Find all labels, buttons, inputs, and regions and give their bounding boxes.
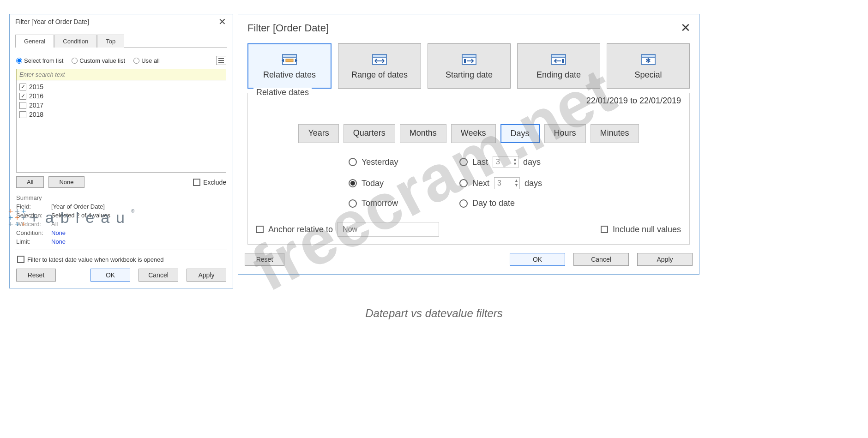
unit-minutes[interactable]: Minutes — [591, 124, 639, 143]
svg-text:✱: ✱ — [645, 57, 651, 64]
tab-general[interactable]: General — [15, 35, 54, 48]
reset-button[interactable]: Reset — [245, 253, 284, 266]
summary-key: Limit: — [16, 238, 48, 245]
all-button[interactable]: All — [16, 176, 44, 188]
unit-days[interactable]: Days — [500, 124, 540, 143]
option-last-n[interactable]: Last 3 ▲▼ days — [459, 156, 589, 168]
list-item-label: 2018 — [29, 111, 43, 118]
cancel-button[interactable]: Cancel — [573, 253, 629, 266]
svg-rect-6 — [462, 54, 476, 57]
checkbox-icon[interactable]: ✓ — [19, 93, 26, 100]
summary-value: [Year of Order Date] — [51, 203, 105, 210]
calendar-range-icon — [282, 53, 297, 66]
tab-strip: General Condition Top — [15, 35, 227, 48]
mode-starting-date[interactable]: Starting date — [428, 43, 511, 89]
exclude-checkbox[interactable]: Exclude — [193, 179, 226, 186]
calendar-range-icon — [372, 53, 387, 66]
anchor-checkbox[interactable] — [256, 226, 264, 233]
search-input[interactable] — [17, 69, 226, 80]
radio-custom-value-list[interactable]: Custom value list — [72, 57, 125, 64]
close-icon[interactable]: ✕ — [217, 17, 228, 26]
mode-relative-dates[interactable]: Relative dates — [247, 43, 332, 89]
stepper-value: 3 — [497, 179, 501, 187]
dialog-title: Filter [Order Date] — [247, 22, 329, 34]
option-label: Yesterday — [362, 157, 398, 167]
apply-button[interactable]: Apply — [637, 253, 693, 266]
filter-orderdate-dialog: Filter [Order Date] ✕ Relative dates — [238, 14, 699, 275]
radio-icon[interactable] — [349, 199, 357, 208]
none-button[interactable]: None — [48, 176, 84, 188]
year-list[interactable]: ✓ 2015 ✓ 2016 2017 2018 — [16, 80, 226, 173]
next-n-stepper[interactable]: 3 ▲▼ — [494, 177, 520, 189]
mode-ending-date[interactable]: Ending date — [517, 43, 600, 89]
tab-condition[interactable]: Condition — [54, 35, 97, 48]
anchor-input[interactable] — [338, 222, 439, 237]
checkbox-icon[interactable]: ✓ — [19, 84, 26, 90]
relative-dates-panel: Relative dates 22/01/2019 to 22/01/2019 … — [247, 93, 690, 245]
filter-latest-checkbox[interactable]: Filter to latest date value when workboo… — [17, 256, 226, 263]
panel-legend: Relative dates — [253, 88, 312, 97]
radio-icon[interactable] — [349, 158, 357, 166]
svg-rect-2 — [286, 59, 293, 62]
list-item[interactable]: ✓ 2016 — [19, 91, 223, 101]
radio-select-from-list-input[interactable] — [16, 58, 22, 64]
radio-icon[interactable] — [459, 179, 468, 187]
dialog-title: Filter [Year of Order Date] — [15, 18, 89, 25]
figure-caption: Datepart vs datevalue filters — [0, 307, 868, 320]
radio-select-from-list[interactable]: Select from list — [16, 57, 63, 64]
list-item[interactable]: ✓ 2015 — [19, 82, 223, 91]
tab-top[interactable]: Top — [97, 35, 124, 48]
anchor-label: Anchor relative to — [268, 225, 333, 234]
radio-icon[interactable] — [459, 199, 468, 208]
radio-use-all[interactable]: Use all — [133, 57, 160, 64]
checkbox-icon[interactable] — [19, 111, 26, 118]
radio-label: Use all — [141, 57, 160, 64]
close-icon[interactable]: ✕ — [681, 21, 691, 35]
summary-value: None — [51, 238, 66, 245]
radio-icon[interactable] — [459, 158, 468, 166]
search-box — [16, 69, 226, 80]
list-item-label: 2016 — [29, 92, 43, 100]
checkbox-icon[interactable] — [19, 102, 26, 109]
option-day-to-date[interactable]: Day to date — [459, 198, 589, 208]
checkbox-icon[interactable] — [17, 256, 24, 263]
filter-latest-label: Filter to latest date value when workboo… — [27, 256, 164, 263]
apply-button[interactable]: Apply — [187, 269, 226, 282]
list-item-label: 2015 — [29, 83, 43, 90]
cancel-button[interactable]: Cancel — [139, 269, 178, 282]
mode-range-of-dates[interactable]: Range of dates — [338, 43, 421, 89]
option-next-n[interactable]: Next 3 ▲▼ days — [459, 177, 589, 189]
summary-key: Condition: — [16, 229, 48, 236]
checkbox-icon[interactable] — [193, 179, 200, 186]
option-label: Next — [472, 179, 489, 188]
radio-custom-value-list-input[interactable] — [72, 58, 78, 64]
reset-button[interactable]: Reset — [16, 269, 56, 282]
calendar-special-icon: ✱ — [640, 53, 656, 66]
option-today[interactable]: Today — [349, 177, 441, 189]
unit-years[interactable]: Years — [298, 124, 338, 143]
svg-rect-1 — [283, 54, 296, 57]
option-label: Tomorrow — [362, 198, 398, 208]
unit-quarters[interactable]: Quarters — [344, 124, 395, 143]
option-yesterday[interactable]: Yesterday — [349, 156, 441, 168]
radio-label: Custom value list — [79, 57, 125, 64]
unit-hours[interactable]: Hours — [544, 124, 586, 143]
include-null-checkbox[interactable] — [601, 226, 608, 233]
radio-icon[interactable] — [349, 179, 357, 187]
unit-months[interactable]: Months — [400, 124, 446, 143]
list-item[interactable]: 2017 — [19, 101, 223, 110]
summary-header: Summary — [16, 194, 226, 202]
stepper-arrows-icon[interactable]: ▲▼ — [513, 157, 517, 166]
stepper-arrows-icon[interactable]: ▲▼ — [514, 178, 518, 187]
mode-special[interactable]: ✱ Special — [607, 43, 690, 89]
radio-use-all-input[interactable] — [133, 58, 139, 64]
option-tomorrow[interactable]: Tomorrow — [349, 198, 441, 208]
unit-weeks[interactable]: Weeks — [451, 124, 496, 143]
list-item[interactable]: 2018 — [19, 110, 223, 119]
ok-button[interactable]: OK — [510, 253, 565, 266]
menu-icon[interactable] — [216, 56, 226, 65]
summary-panel: Summary Field:[Year of Order Date] Selec… — [16, 194, 226, 246]
ok-button[interactable]: OK — [90, 269, 130, 282]
last-n-stepper[interactable]: 3 ▲▼ — [493, 156, 518, 168]
exclude-label: Exclude — [203, 179, 226, 186]
